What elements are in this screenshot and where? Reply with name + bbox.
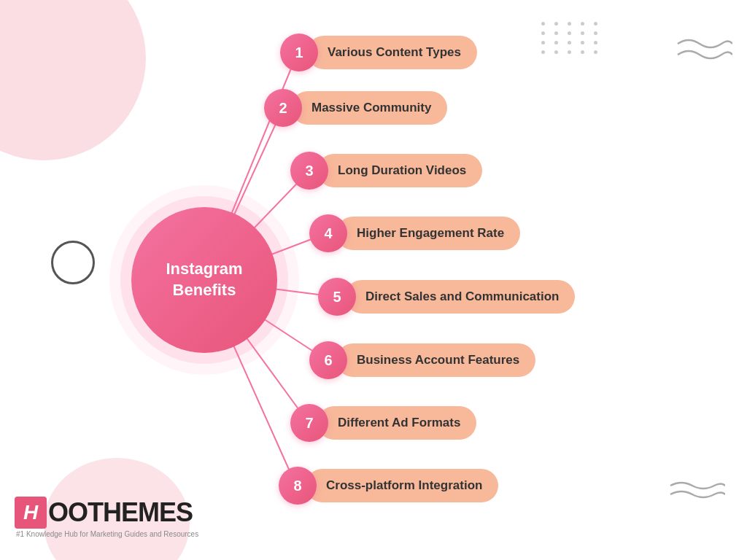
center-line1: Instagram [166, 260, 242, 278]
benefit-label-7: Different Ad Formats [317, 406, 476, 440]
benefit-number-6: 6 [309, 341, 347, 379]
benefit-item-3: 3 Long Duration Videos [290, 152, 482, 190]
benefit-item-2: 2 Massive Community [264, 89, 447, 127]
benefit-number-8: 8 [279, 467, 317, 505]
center-line2: Benefits [173, 281, 236, 299]
benefit-label-6: Business Account Features [336, 343, 535, 377]
benefit-label-2: Massive Community [291, 91, 447, 125]
benefit-number-5: 5 [318, 278, 356, 316]
center-circle: Instagram Benefits [131, 207, 277, 353]
main-container: Instagram Benefits 1 Various Content Typ… [0, 0, 747, 560]
benefit-label-4: Higher Engagement Rate [336, 217, 520, 250]
benefit-label-8: Cross-platform Integration [306, 469, 498, 502]
benefit-item-4: 4 Higher Engagement Rate [309, 214, 520, 252]
benefit-label-5: Direct Sales and Communication [345, 280, 575, 314]
benefit-item-8: 8 Cross-platform Integration [279, 467, 498, 505]
center-circle-text: Instagram Benefits [166, 259, 242, 300]
benefit-number-2: 2 [264, 89, 302, 127]
benefit-item-5: 5 Direct Sales and Communication [318, 278, 575, 316]
benefit-number-4: 4 [309, 214, 347, 252]
benefit-label-1: Various Content Types [307, 36, 477, 69]
benefit-number-1: 1 [280, 34, 318, 71]
benefit-item-1: 1 Various Content Types [280, 34, 477, 71]
benefit-number-7: 7 [290, 404, 328, 442]
benefit-label-3: Long Duration Videos [317, 154, 482, 187]
benefit-number-3: 3 [290, 152, 328, 190]
benefit-item-7: 7 Different Ad Formats [290, 404, 476, 442]
benefit-item-6: 6 Business Account Features [309, 341, 535, 379]
